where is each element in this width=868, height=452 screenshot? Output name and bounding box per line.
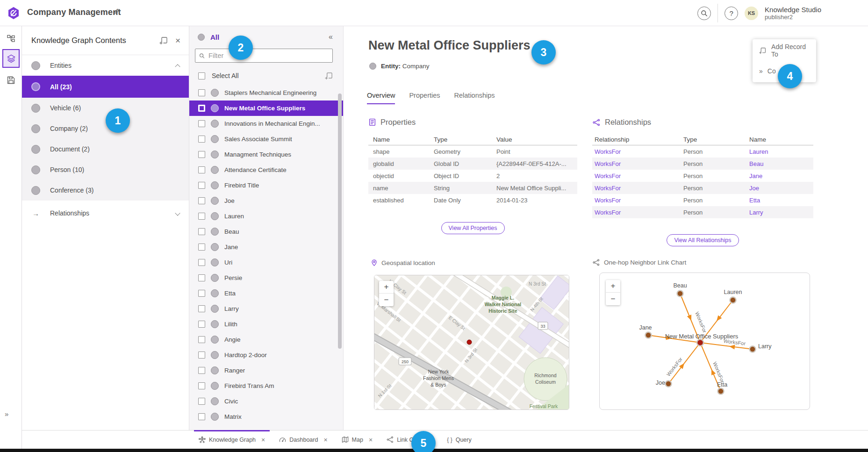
- list-item[interactable]: Ranger: [189, 363, 343, 378]
- list-item[interactable]: Etta: [189, 286, 343, 301]
- expand-rail-button[interactable]: »: [5, 410, 8, 418]
- node-etta[interactable]: [718, 388, 724, 395]
- tab-knowledge-graph[interactable]: Knowledge Graph ×: [194, 430, 270, 449]
- close-panel-icon[interactable]: ×: [175, 36, 180, 46]
- checkbox[interactable]: [198, 120, 205, 127]
- list-item[interactable]: Firebird Title: [189, 178, 343, 193]
- entity-list-panel: All « Select All Staplers Mechanical Eng…: [189, 26, 344, 430]
- select-all-checkbox[interactable]: [198, 72, 205, 79]
- list-item-selected[interactable]: New Metal Office Suppliers: [189, 100, 343, 116]
- close-tab-icon[interactable]: ×: [323, 436, 327, 444]
- checkbox[interactable]: [198, 305, 205, 312]
- node-beau[interactable]: [677, 291, 683, 297]
- tab-map[interactable]: Map ×: [337, 430, 378, 449]
- checkbox[interactable]: [198, 182, 205, 189]
- list-item[interactable]: Lilith: [189, 316, 343, 332]
- close-tab-icon[interactable]: ×: [369, 436, 373, 444]
- list-item[interactable]: Firebird Trans Am: [189, 378, 343, 394]
- street-label: N 3rd St: [529, 281, 546, 287]
- list-item[interactable]: Innovations in Mechanical Engin...: [189, 116, 343, 131]
- list-item[interactable]: Persie: [189, 270, 343, 286]
- zoom-in-button[interactable]: +: [379, 281, 394, 294]
- hierarchy-icon[interactable]: [2, 29, 20, 48]
- search-button[interactable]: [697, 7, 711, 20]
- node-joe[interactable]: [666, 381, 672, 387]
- entities-group-header[interactable]: Entities: [22, 55, 189, 76]
- add-record-icon[interactable]: [159, 36, 168, 45]
- app-logo-icon[interactable]: [7, 7, 20, 20]
- checkbox[interactable]: [198, 382, 205, 389]
- checkbox[interactable]: [198, 89, 205, 96]
- checkbox[interactable]: [198, 367, 205, 374]
- entity-type-person[interactable]: Person (10): [22, 159, 189, 180]
- zoom-out-button[interactable]: −: [379, 294, 394, 306]
- checkbox[interactable]: [198, 105, 205, 112]
- checkbox[interactable]: [198, 398, 205, 405]
- collapse-panel-icon[interactable]: «: [329, 33, 333, 41]
- list-item[interactable]: Staplers Mechanical Engineering: [189, 85, 343, 100]
- checkbox[interactable]: [198, 166, 205, 173]
- checkbox[interactable]: [198, 321, 205, 328]
- entity-type-document[interactable]: Document (2): [22, 139, 189, 159]
- list-item[interactable]: Jane: [189, 239, 343, 255]
- tab-relationships[interactable]: Relationships: [454, 92, 495, 104]
- entity-type-all[interactable]: All (23): [22, 76, 189, 98]
- view-all-relationships-button[interactable]: View All Relationships: [667, 234, 739, 246]
- zoom-out-button[interactable]: −: [606, 293, 620, 305]
- list-item[interactable]: Hardtop 2-door: [189, 347, 343, 363]
- table-row: nameStringNew Metal Office Suppli...: [368, 182, 577, 194]
- list-item[interactable]: Joe: [189, 193, 343, 208]
- help-button[interactable]: ?: [725, 7, 738, 20]
- node-center[interactable]: [697, 339, 703, 346]
- tab-overview[interactable]: Overview: [367, 92, 395, 104]
- layers-icon[interactable]: [2, 49, 20, 68]
- checkbox[interactable]: [198, 151, 205, 158]
- close-tab-icon[interactable]: ×: [261, 436, 265, 444]
- checkbox[interactable]: [198, 274, 205, 281]
- edit-title-icon[interactable]: ✎: [113, 7, 120, 17]
- save-icon[interactable]: [2, 71, 20, 89]
- tab-properties[interactable]: Properties: [409, 92, 440, 104]
- checkbox[interactable]: [198, 228, 205, 235]
- list-item[interactable]: Matrix: [189, 409, 343, 424]
- entity-type-vehicle[interactable]: Vehicle (6): [22, 98, 189, 118]
- list-item[interactable]: Larry: [189, 301, 343, 316]
- zoom-in-button[interactable]: +: [606, 280, 620, 293]
- checkbox[interactable]: [198, 197, 205, 204]
- checkbox[interactable]: [198, 136, 205, 143]
- list-item[interactable]: Angie: [189, 332, 343, 347]
- list-item[interactable]: Civic: [189, 394, 343, 409]
- node-lauren[interactable]: [730, 297, 736, 303]
- avatar[interactable]: KS: [745, 7, 758, 20]
- list-item[interactable]: Managment Techniques: [189, 147, 343, 162]
- poi-label: Festival Park: [530, 403, 558, 409]
- entity-type-conference[interactable]: Conference (3): [22, 180, 189, 201]
- panel-title: Knowledge Graph Contents: [31, 36, 155, 45]
- scrollbar[interactable]: [338, 93, 342, 349]
- relationships-group-header[interactable]: → Relationships: [22, 203, 189, 223]
- list-item[interactable]: Beau: [189, 224, 343, 239]
- checkbox[interactable]: [198, 352, 205, 359]
- checkbox[interactable]: [198, 213, 205, 220]
- checkbox[interactable]: [198, 290, 205, 297]
- select-all-row[interactable]: Select All: [189, 66, 343, 85]
- tab-dashboard[interactable]: Dashboard ×: [274, 430, 332, 449]
- list-item[interactable]: Lauren: [189, 208, 343, 224]
- list-item[interactable]: Attendance Certificate: [189, 162, 343, 178]
- filter-input[interactable]: [208, 52, 329, 59]
- menu-item-add-record-to[interactable]: Add Record To: [753, 40, 816, 61]
- link-chart-widget[interactable]: WorksFor WorksFor WorksFor WorksFor Beau: [599, 273, 810, 410]
- checkbox[interactable]: [198, 336, 205, 343]
- node-jane[interactable]: [646, 332, 652, 338]
- checkbox[interactable]: [198, 259, 205, 266]
- add-record-icon[interactable]: [325, 72, 333, 80]
- node-larry[interactable]: [750, 346, 756, 352]
- list-item[interactable]: Uri: [189, 255, 343, 270]
- tab-query[interactable]: { } Query: [442, 430, 476, 449]
- list-item[interactable]: Sales Associate Summit: [189, 131, 343, 147]
- user-info[interactable]: Knowledge Studio publisher2: [765, 6, 821, 21]
- checkbox[interactable]: [198, 244, 205, 251]
- map-widget[interactable]: W Clay St W Marshall St E Clay St N 3rd …: [374, 275, 569, 410]
- checkbox[interactable]: [198, 413, 205, 420]
- view-all-properties-button[interactable]: View All Properties: [441, 222, 505, 234]
